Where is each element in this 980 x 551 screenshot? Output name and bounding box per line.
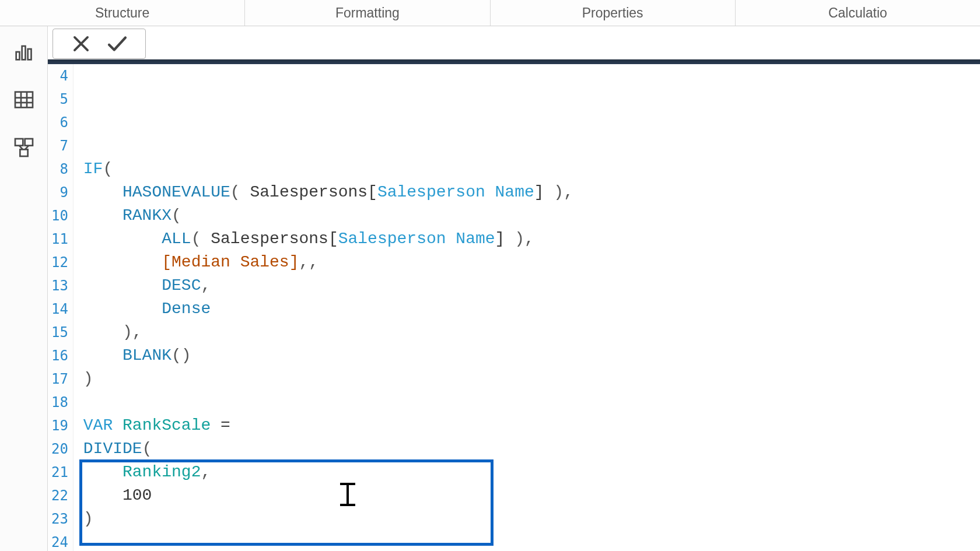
line-number: 21 (48, 461, 73, 484)
line-number: 8 (48, 157, 73, 181)
code-line[interactable]: ), (74, 321, 980, 344)
data-view-icon[interactable] (12, 88, 36, 111)
token-num: 100 (123, 486, 152, 504)
token-col: Salesperson Name (338, 230, 495, 248)
code-line[interactable]: HASONEVALUE( Salespersons[Salesperson Na… (74, 181, 980, 204)
line-number: 10 (48, 204, 73, 227)
code-line[interactable]: DIVIDE( (74, 437, 980, 461)
line-number-gutter: 45678910111213141516171819202122232425 (48, 59, 74, 551)
svg-rect-9 (24, 139, 32, 146)
token-punct: ), (123, 323, 142, 341)
tab-formatting[interactable]: Formatting (245, 0, 490, 26)
token-fn: Dense (162, 300, 211, 318)
tab-properties[interactable]: Properties (491, 0, 736, 26)
code-line[interactable]: IF( (74, 157, 980, 181)
code-line[interactable]: DESC, (74, 274, 980, 297)
token-txt: ] (495, 230, 505, 248)
report-view-icon[interactable] (12, 40, 36, 64)
token-punct: ) (83, 370, 93, 388)
token-txt: Salespersons[ (250, 183, 377, 201)
token-punct: ,, (299, 253, 318, 271)
token-fn: BLANK (123, 346, 172, 364)
line-number: 14 (48, 297, 73, 321)
formula-header (48, 26, 980, 59)
svg-rect-2 (27, 49, 31, 59)
svg-rect-8 (15, 139, 23, 146)
token-meas: [Median Sales] (162, 253, 299, 271)
code-line[interactable]: VAR RankScale = (74, 414, 980, 437)
token-fn: RANKX (123, 206, 172, 224)
token-punct: ( (103, 160, 113, 178)
token-punct: ( (142, 440, 152, 458)
line-number: 4 (48, 64, 73, 87)
token-punct: ) (83, 510, 93, 528)
ribbon-tabs: Structure Formatting Properties Calculat… (0, 0, 980, 26)
token-txt: ] (534, 183, 544, 201)
token-var: RankScale (123, 416, 211, 434)
model-view-icon[interactable] (12, 136, 36, 159)
code-area[interactable]: IF( HASONEVALUE( Salespersons[Salesperso… (74, 59, 980, 551)
token-txt: Salespersons[ (211, 230, 338, 248)
line-number: 17 (48, 367, 73, 391)
token-fn: DESC (162, 276, 201, 294)
token-punct: ( (230, 183, 250, 201)
code-line[interactable]: Ranking2, (74, 461, 980, 484)
line-number: 23 (48, 507, 73, 531)
line-number: 18 (48, 391, 73, 414)
svg-rect-1 (22, 46, 25, 59)
view-rail (0, 26, 48, 551)
code-line[interactable]: Dense (74, 297, 980, 321)
commit-button[interactable] (104, 31, 130, 57)
token-punct: ), (544, 183, 573, 201)
svg-rect-10 (20, 149, 27, 156)
line-number: 20 (48, 437, 73, 461)
line-number: 6 (48, 111, 73, 134)
code-line[interactable]: ALL( Salespersons[Salesperson Name] ), (74, 227, 980, 251)
code-line[interactable]: ) (74, 507, 980, 531)
svg-rect-3 (15, 92, 33, 108)
code-line[interactable]: RANKX( (74, 204, 980, 227)
token-punct: ( (191, 230, 211, 248)
token-punct: , (201, 463, 211, 481)
line-number: 19 (48, 414, 73, 437)
code-line[interactable] (74, 531, 980, 551)
line-number: 15 (48, 321, 73, 344)
code-line[interactable]: [Median Sales],, (74, 251, 980, 274)
line-number: 11 (48, 227, 73, 251)
tab-calculation[interactable]: Calculatio (736, 0, 980, 26)
token-kw: VAR (83, 416, 123, 434)
token-col: Salesperson Name (377, 183, 534, 201)
tab-structure[interactable]: Structure (0, 0, 245, 26)
line-number: 9 (48, 181, 73, 204)
line-number: 12 (48, 251, 73, 274)
code-line[interactable]: BLANK() (74, 344, 980, 367)
token-punct: ), (505, 230, 534, 248)
token-varref: Ranking2 (123, 463, 201, 481)
svg-rect-0 (16, 52, 19, 59)
line-number: 7 (48, 134, 73, 157)
token-fn: HASONEVALUE (123, 183, 230, 201)
line-number: 13 (48, 274, 73, 297)
token-punct: , (201, 276, 211, 294)
line-number: 24 (48, 531, 73, 551)
code-line[interactable]: 100 (74, 484, 980, 507)
token-kw: IF (83, 160, 103, 178)
token-fn: DIVIDE (83, 440, 142, 458)
line-number: 5 (48, 87, 73, 111)
dax-editor[interactable]: 45678910111213141516171819202122232425 I… (48, 59, 980, 551)
token-txt: = (211, 416, 230, 434)
line-number: 16 (48, 344, 73, 367)
formula-controls (52, 29, 146, 59)
code-line[interactable]: ) (74, 367, 980, 391)
token-fn: ALL (162, 230, 191, 248)
token-punct: () (172, 346, 191, 364)
cancel-button[interactable] (68, 31, 94, 57)
token-punct: ( (172, 206, 181, 224)
code-line[interactable] (74, 391, 980, 414)
line-number: 22 (48, 484, 73, 507)
